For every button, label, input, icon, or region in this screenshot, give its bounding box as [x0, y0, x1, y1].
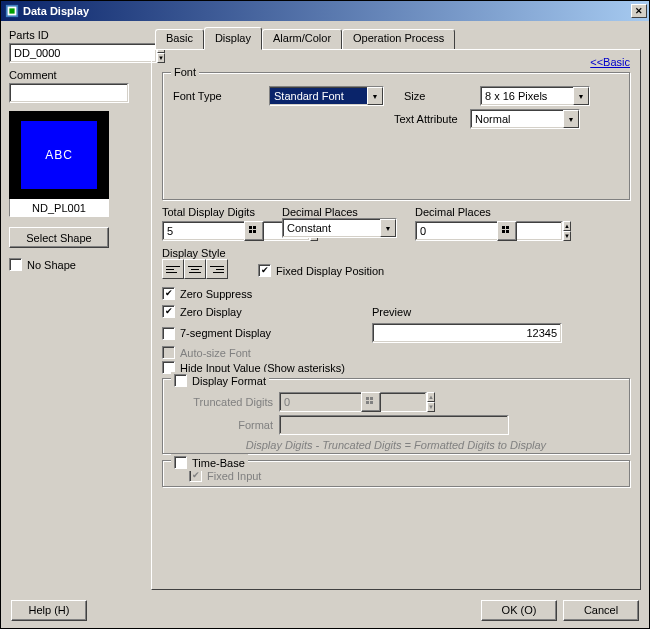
- dialog-footer: Help (H) OK (O) Cancel: [1, 592, 649, 628]
- font-size-value: 8 x 16 Pixels: [481, 88, 573, 104]
- tab-panel-display: <<Basic Font Font Type Standard Font ▼ S…: [151, 49, 641, 590]
- truncated-spinner: ▲▼: [427, 392, 435, 412]
- time-base-legend: Time-Base: [171, 454, 248, 471]
- left-panel: Parts ID ▲▼ Comment ABC ND_PL001 Select …: [9, 29, 141, 590]
- tab-operation-process[interactable]: Operation Process: [342, 29, 455, 49]
- svg-rect-15: [370, 401, 373, 404]
- close-button[interactable]: ✕: [631, 4, 647, 18]
- fixed-input-label: Fixed Input: [207, 470, 261, 482]
- zero-suppress-checkbox[interactable]: ✔ Zero Suppress: [162, 287, 630, 300]
- decimal-value-spinner[interactable]: ▲▼: [563, 221, 571, 241]
- tab-alarm-color[interactable]: Alarm/Color: [262, 29, 342, 49]
- font-legend: Font: [171, 66, 199, 78]
- dropdown-icon[interactable]: ▼: [563, 110, 579, 128]
- text-attr-label: Text Attribute: [394, 113, 464, 125]
- format-label: Format: [173, 419, 273, 431]
- titlebar: Data Display ✕: [1, 1, 649, 21]
- ok-button[interactable]: OK (O): [481, 600, 557, 621]
- fixed-position-label: Fixed Display Position: [276, 265, 384, 277]
- svg-rect-5: [253, 226, 256, 229]
- right-panel: Basic Display Alarm/Color Operation Proc…: [151, 29, 641, 590]
- display-style-label: Display Style: [162, 247, 228, 259]
- zero-display-label: Zero Display: [180, 306, 242, 318]
- no-shape-checkbox[interactable]: No Shape: [9, 258, 141, 271]
- decimal-mode-value: Constant: [283, 220, 380, 236]
- keypad-button[interactable]: [497, 221, 517, 241]
- select-shape-button[interactable]: Select Shape: [9, 227, 109, 248]
- align-right-button[interactable]: [206, 259, 228, 279]
- checkbox-box[interactable]: [162, 327, 175, 340]
- tab-strip: Basic Display Alarm/Color Operation Proc…: [151, 29, 641, 49]
- decimal-value-input[interactable]: [415, 221, 563, 241]
- autosize-checkbox: Auto-size Font: [162, 346, 630, 359]
- shape-preview: ABC: [9, 111, 109, 199]
- shape-name: ND_PL001: [9, 199, 109, 217]
- align-left-button[interactable]: [162, 259, 184, 279]
- fixed-input-checkbox: ✔ Fixed Input: [189, 469, 619, 482]
- keypad-button[interactable]: [244, 221, 264, 241]
- decimal-mode-label: Decimal Places: [282, 206, 397, 218]
- checkbox-box[interactable]: ✔: [162, 287, 175, 300]
- tab-display[interactable]: Display: [204, 27, 262, 50]
- comment-input[interactable]: [9, 83, 129, 103]
- font-group: Font Font Type Standard Font ▼ Size 8 x …: [162, 72, 630, 200]
- text-attr-select[interactable]: Normal ▼: [470, 109, 580, 129]
- preview-label: Preview: [372, 306, 411, 318]
- checkbox-box: [162, 346, 175, 359]
- svg-rect-2: [9, 8, 14, 13]
- svg-rect-11: [506, 230, 509, 233]
- cancel-button[interactable]: Cancel: [563, 600, 639, 621]
- app-icon: [5, 4, 19, 18]
- dialog-window: Data Display ✕ Parts ID ▲▼ Comment ABC N…: [0, 0, 650, 629]
- display-style-col: Display Style: [162, 247, 228, 279]
- display-format-hint: Display Digits - Truncated Digits = Form…: [173, 439, 619, 451]
- text-attr-value: Normal: [471, 111, 563, 127]
- decimal-mode-select[interactable]: Constant ▼: [282, 218, 397, 238]
- display-format-label: Display Format: [192, 375, 266, 387]
- svg-rect-9: [506, 226, 509, 229]
- checkbox-box[interactable]: [174, 374, 187, 387]
- shape-preview-text: ABC: [21, 121, 97, 189]
- truncated-label: Truncated Digits: [173, 396, 273, 408]
- no-shape-box[interactable]: [9, 258, 22, 271]
- total-digits-col: Total Display Digits ▲▼: [162, 206, 264, 244]
- window-title: Data Display: [23, 5, 631, 17]
- tab-basic[interactable]: Basic: [155, 29, 204, 49]
- align-center-button[interactable]: [184, 259, 206, 279]
- svg-rect-12: [366, 397, 369, 400]
- svg-rect-13: [370, 397, 373, 400]
- seven-seg-label: 7-segment Display: [180, 327, 271, 339]
- fixed-position-box[interactable]: ✔: [258, 264, 271, 277]
- seven-seg-checkbox[interactable]: 7-segment Display: [162, 327, 372, 340]
- decimal-mode-col: Decimal Places Constant ▼: [282, 206, 397, 238]
- font-type-select[interactable]: Standard Font ▼: [269, 86, 384, 106]
- no-shape-label: No Shape: [27, 259, 76, 271]
- comment-label: Comment: [9, 69, 141, 81]
- preview-field: 12345: [372, 323, 562, 343]
- checkbox-box[interactable]: [174, 456, 187, 469]
- help-button[interactable]: Help (H): [11, 600, 87, 621]
- dropdown-icon[interactable]: ▼: [573, 87, 589, 105]
- fixed-position-checkbox[interactable]: ✔ Fixed Display Position: [258, 264, 384, 277]
- autosize-label: Auto-size Font: [180, 347, 251, 359]
- decimal-value-field[interactable]: ▲▼: [415, 221, 491, 241]
- dropdown-icon[interactable]: ▼: [380, 219, 396, 237]
- checkbox-box[interactable]: ✔: [162, 305, 175, 318]
- basic-link[interactable]: <<Basic: [590, 56, 630, 68]
- total-digits-label: Total Display Digits: [162, 206, 264, 218]
- zero-display-checkbox[interactable]: ✔ Zero Display: [162, 305, 372, 318]
- time-base-group: Time-Base ✔ Fixed Input: [162, 460, 630, 487]
- time-base-checkbox[interactable]: Time-Base: [174, 456, 245, 469]
- font-size-select[interactable]: 8 x 16 Pixels ▼: [480, 86, 590, 106]
- display-format-checkbox[interactable]: Display Format: [174, 374, 266, 387]
- parts-id-input[interactable]: [9, 43, 157, 63]
- font-size-label: Size: [404, 90, 474, 102]
- zero-suppress-label: Zero Suppress: [180, 288, 252, 300]
- parts-id-field[interactable]: ▲▼: [9, 43, 129, 63]
- dropdown-icon[interactable]: ▼: [367, 87, 383, 105]
- display-format-group: Display Format Truncated Digits ▲▼: [162, 378, 630, 454]
- time-base-label: Time-Base: [192, 457, 245, 469]
- display-format-legend: Display Format: [171, 372, 269, 389]
- truncated-field: ▲▼: [279, 392, 355, 412]
- total-digits-field[interactable]: ▲▼: [162, 221, 238, 241]
